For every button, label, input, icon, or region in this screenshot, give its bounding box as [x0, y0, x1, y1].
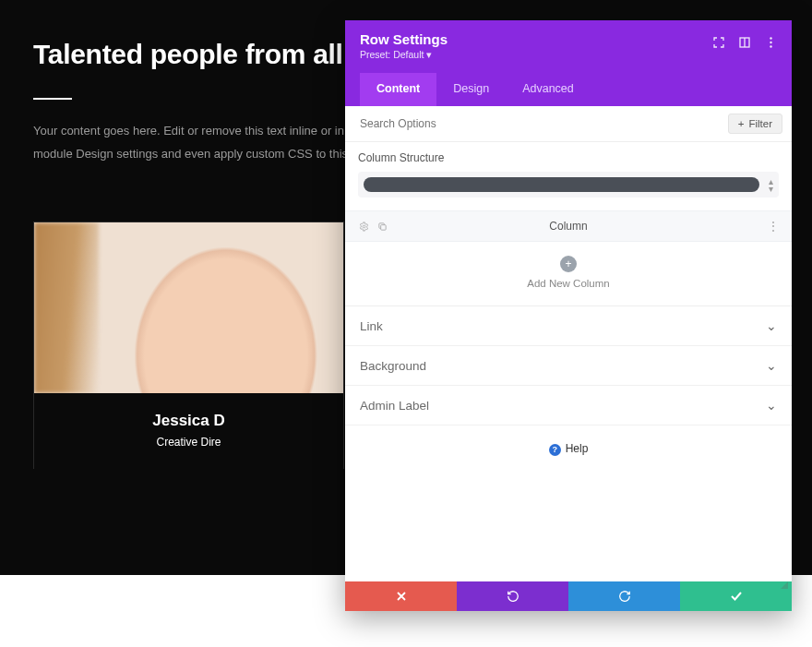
tab-advanced[interactable]: Advanced [506, 73, 591, 106]
column-row[interactable]: Column ⋮ [345, 210, 792, 242]
chevron-down-icon: ⌄ [766, 398, 777, 413]
undo-button[interactable] [457, 581, 568, 611]
accordion-admin-label-label: Admin Label [360, 399, 429, 413]
search-input[interactable] [354, 114, 728, 134]
redo-button[interactable] [568, 581, 680, 611]
expand-icon[interactable] [712, 36, 725, 49]
resize-handle-icon[interactable] [777, 578, 788, 589]
svg-rect-6 [380, 224, 386, 230]
svg-point-3 [770, 41, 771, 42]
help-link[interactable]: ?Help [345, 425, 792, 473]
person-photo [34, 222, 343, 393]
column-more-icon[interactable]: ⋮ [767, 219, 779, 234]
columns-icon[interactable] [738, 36, 751, 49]
panel-body: + Filter Column Structure ▴▾ Column ⋮ [345, 106, 792, 581]
tab-content[interactable]: Content [360, 73, 436, 106]
more-icon[interactable] [764, 36, 777, 49]
accordion-link-label: Link [360, 319, 383, 333]
panel-preset[interactable]: Preset: Default ▾ [360, 49, 448, 60]
cancel-button[interactable] [345, 581, 457, 611]
accordion-admin-label[interactable]: Admin Label ⌄ [345, 386, 792, 425]
row-settings-panel: Row Settings Preset: Default ▾ Content D… [345, 20, 792, 611]
filter-button[interactable]: + Filter [728, 114, 782, 134]
panel-title: Row Settings [360, 31, 448, 47]
person-card-body: Jessica D Creative Dire [34, 393, 343, 470]
plus-icon: + [738, 118, 745, 129]
duplicate-icon[interactable] [376, 221, 388, 232]
add-column-button[interactable]: + [560, 256, 577, 272]
save-button[interactable] [680, 581, 792, 611]
person-name: Jessica D [34, 412, 343, 430]
column-bar-icon [364, 177, 759, 192]
svg-point-2 [770, 37, 771, 39]
help-icon: ? [549, 444, 561, 456]
panel-header[interactable]: Row Settings Preset: Default ▾ Content D… [345, 20, 792, 106]
add-column-label: Add New Column [345, 278, 792, 289]
svg-point-5 [363, 225, 365, 228]
filter-label: Filter [748, 118, 772, 129]
chevron-down-icon: ⌄ [766, 318, 777, 333]
panel-tabs: Content Design Advanced [360, 73, 777, 106]
gear-icon[interactable] [358, 221, 369, 232]
svg-point-4 [770, 45, 771, 47]
column-structure-label: Column Structure [358, 151, 779, 164]
help-label: Help [566, 442, 589, 455]
accordion-background[interactable]: Background ⌄ [345, 346, 792, 386]
accordion-link[interactable]: Link ⌄ [345, 306, 792, 346]
person-card[interactable]: Jessica D Creative Dire [33, 222, 344, 469]
column-structure-selector[interactable]: ▴▾ [358, 172, 779, 198]
chevron-down-icon: ⌄ [766, 358, 777, 373]
title-underline [33, 98, 72, 100]
column-row-label: Column [345, 220, 792, 233]
person-role: Creative Dire [34, 436, 343, 449]
select-arrows-icon: ▴▾ [769, 178, 773, 192]
tab-design[interactable]: Design [436, 73, 506, 106]
accordion-background-label: Background [360, 359, 426, 373]
